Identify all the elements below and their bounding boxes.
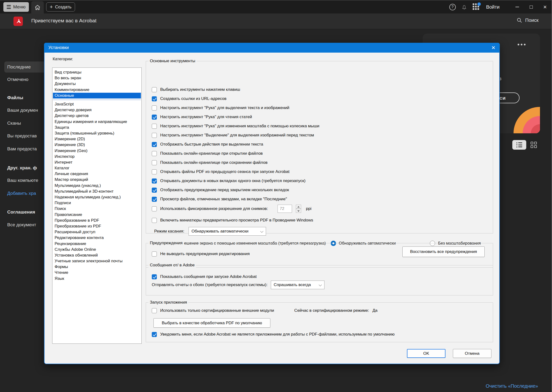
category-item[interactable]: JavaScript (53, 101, 141, 107)
create-button-label: Создать (55, 5, 72, 10)
help-icon[interactable]: ? (449, 4, 456, 10)
ok-button[interactable]: OK (407, 349, 445, 358)
menu-button-label: Меню (13, 4, 25, 10)
sidebar-item-5[interactable]: Вы предостав (7, 132, 37, 140)
category-item[interactable]: Документы (53, 81, 141, 87)
checkbox-tool-14[interactable] (152, 218, 157, 223)
category-item[interactable]: Мастер операций (53, 177, 141, 182)
maximize-button[interactable] (524, 0, 538, 14)
set-default-pdf-handler-button[interactable]: Выбрать в качестве обработчика PDF по ум… (153, 318, 270, 328)
category-item[interactable]: Диспетчер цветов (53, 113, 141, 119)
close-window-button[interactable]: ✕ (538, 0, 552, 14)
checkbox-suppress-edit-warnings-label: Не выводить предупреждения редактировани… (160, 252, 250, 256)
more-options-icon[interactable] (518, 44, 526, 45)
category-item[interactable]: Во весь экран (53, 75, 141, 81)
category-item[interactable]: Мультимедиа (унаслед.) (53, 183, 141, 189)
checkbox-tool-1[interactable] (152, 96, 157, 101)
acrobat-logo-icon (14, 17, 23, 26)
apps-grid-icon[interactable] (473, 3, 480, 11)
create-button[interactable]: + Создать (46, 2, 75, 12)
checkbox-tool-9[interactable] (152, 169, 157, 174)
preference-row: Выбирать инструменты нажатием клавиш (152, 85, 240, 94)
grid-view-toggle[interactable] (530, 142, 537, 148)
category-item[interactable]: Каталог (53, 165, 141, 171)
category-item[interactable]: Службы Adobe Online (53, 247, 141, 252)
sidebar-item-3[interactable]: Ваши докумен (7, 106, 38, 115)
category-item[interactable]: Формы (53, 264, 141, 270)
category-item[interactable]: Интернет (53, 160, 141, 165)
minimize-button[interactable] (510, 0, 524, 14)
category-item[interactable]: Учетные записи электронной почты (53, 258, 141, 264)
cancel-button[interactable]: Отмена (453, 349, 491, 358)
sidebar-item-1[interactable]: Отмечено (7, 75, 28, 84)
category-item[interactable]: Мультимедийный и 3D-контент (53, 189, 141, 194)
checkbox-notify-not-default-handler[interactable] (152, 332, 157, 337)
checkbox-tool-6[interactable] (152, 142, 157, 147)
sidebar-item-4[interactable]: Сканы (7, 119, 21, 127)
category-item[interactable]: Чтение (53, 270, 141, 275)
home-tab[interactable] (31, 1, 44, 14)
category-item[interactable]: Редактирование контента (53, 235, 141, 241)
category-item[interactable]: Измерение (Geo) (53, 148, 141, 154)
list-view-toggle[interactable] (512, 140, 526, 150)
checkbox-suppress-edit-warnings[interactable] (152, 252, 157, 257)
category-item[interactable]: Единицы измерения и направляющие (53, 119, 141, 125)
category-item[interactable]: Правописание (53, 212, 141, 218)
list-view-icon (516, 142, 522, 147)
checkbox-certified-plugins-only[interactable] (152, 308, 157, 313)
category-item[interactable]: Расширенный доступ (53, 229, 141, 235)
category-item[interactable]: Измерение (2D) (53, 136, 141, 142)
category-item[interactable]: Личные сведения (53, 171, 141, 177)
checkbox-show-messages-on-launch[interactable] (152, 274, 157, 279)
touch-mode-dropdown[interactable]: Обнаруживать автоматически (189, 227, 266, 236)
snapshot-resolution-spinner[interactable] (296, 205, 301, 213)
notifications-bell-icon[interactable] (461, 4, 467, 10)
checkbox-tool-0[interactable] (152, 87, 157, 92)
preference-row: Включить миниатюры предварительного прос… (152, 216, 313, 225)
sidebar-item-0[interactable]: Последние (7, 63, 31, 71)
touch-mode-label: Режим касания: (154, 229, 184, 234)
checkbox-tool-3[interactable] (152, 115, 157, 120)
checkbox-tool-4[interactable] (152, 124, 157, 129)
category-item[interactable]: Преобразование в PDF (53, 218, 141, 223)
sidebar-item-6[interactable]: Вам предоста (7, 145, 37, 153)
crash-reports-dropdown[interactable]: Спрашивать всегда (271, 280, 325, 289)
checkbox-tool-7[interactable] (152, 151, 157, 156)
group-startup-title: Запуск приложения (148, 300, 188, 305)
checkbox-tool-10[interactable] (152, 178, 157, 183)
menu-button[interactable]: Меню (3, 2, 29, 12)
category-item[interactable]: Комментирование (53, 87, 141, 93)
checkbox-tool-2[interactable] (152, 105, 157, 111)
checkbox-tool-13[interactable] (152, 206, 157, 211)
category-item[interactable]: Инспектор (53, 154, 141, 160)
category-item[interactable]: Диспетчер доверия (53, 107, 141, 113)
preference-row: Настроить инструмент "Рука" для изменени… (152, 122, 320, 131)
category-item[interactable]: Поиск (53, 206, 141, 212)
clear-recent-link[interactable]: Очистить «Последние» (486, 383, 538, 389)
category-item[interactable]: Рецензирование (53, 241, 141, 246)
category-item[interactable]: Измерение (3D) (53, 142, 141, 148)
category-item[interactable]: Преобразование из PDF (53, 223, 141, 229)
checkbox-tool-12[interactable] (152, 197, 157, 202)
snapshot-resolution-input[interactable]: 72 (277, 205, 292, 213)
checkbox-tool-11[interactable] (152, 188, 157, 193)
group-warnings: Предупреждения Не выводить предупреждени… (146, 243, 493, 268)
checkbox-tool-8[interactable] (152, 160, 157, 165)
restore-warnings-button[interactable]: Восстановить все предупреждения (402, 246, 485, 257)
categories-listbox[interactable]: Вид страницыВо весь экранДокументыКоммен… (52, 68, 142, 344)
category-item[interactable]: Подписи (53, 200, 141, 206)
category-item[interactable]: Основные (53, 93, 141, 98)
category-item[interactable]: Вид страницы (53, 70, 141, 75)
category-item[interactable]: Защита (53, 125, 141, 130)
sidebar-item-9[interactable]: Добавить хра (7, 189, 36, 198)
category-item[interactable]: Защита (повышенный уровень) (53, 130, 141, 136)
sidebar-item-11[interactable]: Все документ (7, 221, 36, 229)
category-item[interactable]: Установка обновлений (53, 252, 141, 258)
category-item[interactable]: Надежная мультимедиа (унаслед.) (53, 194, 141, 200)
signin-button[interactable]: Войти (486, 4, 500, 10)
sidebar-item-8[interactable]: Ваш компьюте (7, 176, 38, 185)
checkbox-tool-5[interactable] (152, 133, 157, 138)
search-control[interactable]: Поиск (516, 17, 538, 23)
checkbox-label: Настроить инструмент "Рука" для изменени… (160, 124, 320, 128)
category-item[interactable]: Язык (53, 276, 141, 281)
